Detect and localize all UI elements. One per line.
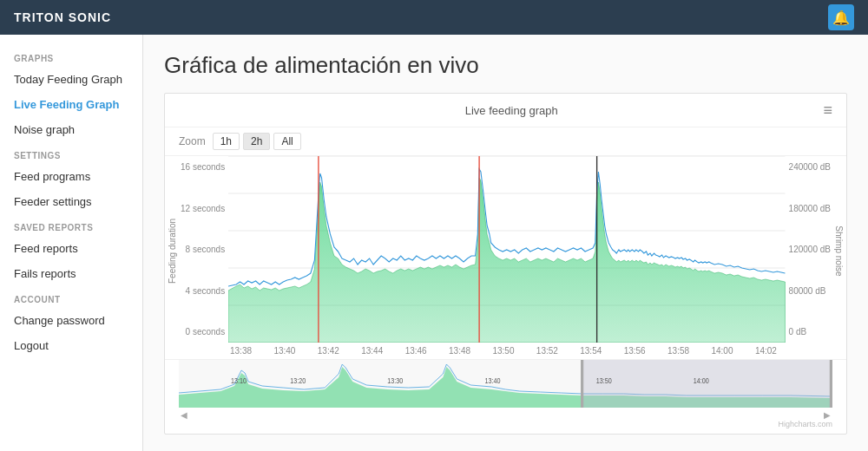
x-tick-8: 13:52 [536,347,558,356]
top-header: TRITON SONIC 🔔 [0,0,868,35]
sidebar-item-live-feeding-graph[interactable]: Live Feeding Graph [0,92,142,117]
sidebar-item-feeder-settings[interactable]: Feeder settings [0,189,142,214]
y-right-axis-label: Shrimp noise [834,226,844,276]
sidebar-section-graphs: GRAPHS [0,45,142,67]
page-title: Gráfica de alimentación en vivo [164,52,847,79]
y-left-tick-3: 8 seconds [186,245,226,254]
y-right-tick-1: 240000 dB [789,163,831,172]
y-axis-left-ticks: 16 seconds 12 seconds 8 seconds 4 second… [181,163,228,337]
zoom-1h-button[interactable]: 1h [213,133,240,150]
svg-rect-11 [581,360,583,408]
svg-text:14:00: 14:00 [694,376,709,385]
y-right-tick-3: 120000 dB [789,245,831,254]
svg-text:13:20: 13:20 [290,376,306,385]
main-layout: GRAPHSToday Feeding GraphLive Feeding Gr… [0,35,868,451]
navigator-svg: 13:10 13:20 13:30 13:40 13:50 14:00 [179,360,832,408]
svg-text:13:50: 13:50 [596,376,612,385]
x-tick-5: 13:46 [405,347,427,356]
x-tick-3: 13:42 [318,347,339,356]
sidebar-item-fails-reports[interactable]: Fails reports [0,261,142,286]
sidebar-item-logout[interactable]: Logout [0,333,142,358]
main-content: Gráfica de alimentación en vivo Live fee… [143,35,868,451]
y-right-tick-4: 80000 dB [789,287,826,296]
x-tick-4: 13:44 [361,347,383,356]
zoom-label: Zoom [179,135,206,147]
svg-text:13:30: 13:30 [387,376,403,385]
y-left-axis-label: Feeding duration [168,218,178,283]
sidebar-item-change-password[interactable]: Change password [0,308,142,333]
x-tick-2: 13:40 [273,347,295,356]
svg-rect-12 [830,360,832,408]
sidebar-item-today-feeding-graph[interactable]: Today Feeding Graph [0,67,142,92]
chart-header: Live feeding graph ≡ [165,94,846,127]
y-right-tick-5: 0 dB [789,328,807,337]
x-tick-12: 14:00 [711,347,733,356]
x-tick-11: 13:58 [667,347,689,356]
sidebar-section-saved-reports: SAVED REPORTS [0,214,142,236]
zoom-2h-button[interactable]: 2h [243,133,270,150]
sidebar-item-noise-graph[interactable]: Noise graph [0,117,142,142]
sidebar-item-feed-programs[interactable]: Feed programs [0,164,142,189]
y-axis-right-ticks: 240000 dB 180000 dB 120000 dB 80000 dB 0… [786,163,831,337]
svg-text:13:40: 13:40 [484,376,500,385]
y-left-tick-5: 0 seconds [186,328,226,337]
x-tick-10: 13:56 [624,347,646,356]
main-chart-svg [228,156,785,343]
chart-menu-icon[interactable]: ≡ [823,102,832,118]
x-tick-7: 13:50 [492,347,514,356]
x-tick-1: 13:38 [230,347,252,356]
sidebar: GRAPHSToday Feeding GraphLive Feeding Gr… [0,35,143,451]
navigator-left-arrow[interactable]: ◀ [181,410,187,420]
x-tick-6: 13:48 [449,347,470,356]
highcharts-credit: Highcharts.com [165,420,846,430]
sidebar-section-settings: SETTINGS [0,142,142,164]
x-axis: 13:38 13:40 13:42 13:44 13:46 13:48 13:5… [165,345,846,359]
chart-container: Live feeding graph ≡ Zoom 1h 2h All Feed… [164,93,847,435]
navigator-area: 13:10 13:20 13:30 13:40 13:50 14:00 ◀ ▶ … [165,360,846,434]
navigator-svg-wrapper[interactable]: 13:10 13:20 13:30 13:40 13:50 14:00 ◀ ▶ [179,360,832,420]
zoom-controls: Zoom 1h 2h All [165,127,846,155]
chart-area: Feeding duration 16 seconds 12 seconds 8… [165,156,846,345]
chart-svg-wrapper [228,156,785,345]
zoom-all-button[interactable]: All [273,133,300,150]
y-left-tick-2: 12 seconds [181,205,225,213]
sidebar-item-feed-reports[interactable]: Feed reports [0,236,142,261]
chart-title: Live feeding graph [200,104,823,117]
y-left-tick-4: 4 seconds [186,287,226,296]
svg-text:13:10: 13:10 [231,376,247,385]
logo: TRITON SONIC [14,10,111,24]
x-tick-13: 14:02 [755,347,777,356]
x-tick-9: 13:54 [580,347,602,356]
y-left-tick-1: 16 seconds [181,163,225,172]
notification-bell-button[interactable]: 🔔 [828,4,854,30]
sidebar-section-account: ACCOUNT [0,286,142,308]
y-right-tick-2: 180000 dB [789,205,831,213]
navigator-right-arrow[interactable]: ▶ [824,410,831,420]
